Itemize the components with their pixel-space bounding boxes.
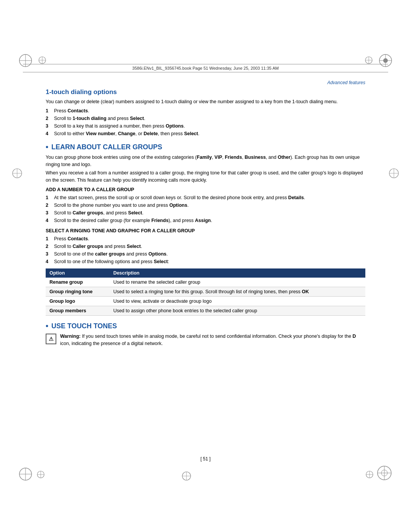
reg-mark-ml	[11, 168, 23, 180]
bullet-dot: •	[46, 143, 48, 152]
col-header-description: Description	[110, 268, 365, 278]
warning-icon: ⚠	[46, 334, 56, 344]
caller-groups-intro1: You can group phone book entries using o…	[46, 154, 365, 168]
col-header-option: Option	[46, 268, 110, 278]
table-row: Rename group Used to rename the selected…	[46, 278, 365, 287]
option-cell: Group ringing tone	[46, 287, 110, 296]
description-cell: Used to rename the selected caller group	[110, 278, 365, 287]
caller-groups-title: • LEARN ABOUT CALLER GROUPS	[46, 143, 365, 152]
reg-mark-mr	[388, 168, 400, 180]
ring-step-4: 4Scroll to one of the following options …	[46, 258, 365, 265]
table-row: Group members Used to assign other phone…	[46, 306, 365, 315]
svg-point-9	[383, 58, 388, 63]
add-number-title: ADD A NUMBER TO A CALLER GROUP	[46, 187, 365, 192]
option-cell: Group logo	[46, 296, 110, 306]
reg-mark-br	[376, 465, 393, 482]
page: 3586i.ENv1_BIL_9356745.book Page 51 Wedn…	[0, 0, 411, 532]
table-row: Group ringing tone Used to select a ring…	[46, 287, 365, 296]
section-1touch: 1-touch dialing options You can change o…	[46, 88, 365, 137]
table-row: Group logo Used to view, activate or dea…	[46, 296, 365, 306]
section-caller-groups: • LEARN ABOUT CALLER GROUPS You can grou…	[46, 143, 365, 316]
step-1touch-4: 4Scroll to either View number, Change, o…	[46, 130, 365, 137]
advanced-features-label: Advanced features	[46, 80, 365, 85]
step-1touch-3: 3Scroll to a key that is assigned a numb…	[46, 122, 365, 130]
header-bar: 3586i.ENv1_BIL_9356745.book Page 51 Wedn…	[23, 64, 388, 72]
description-cell: Used to assign other phone book entries …	[110, 306, 365, 315]
options-table: Option Description Rename group Used to …	[46, 268, 365, 316]
table-header-row: Option Description	[46, 268, 365, 278]
reg-mark-bl2	[37, 470, 45, 480]
content-area: Advanced features 1-touch dialing option…	[46, 80, 365, 347]
sub-section-ringing-tone: SELECT A RINGING TONE AND GRAPHIC FOR A …	[46, 228, 365, 316]
section-1touch-intro: You can change or delete (clear) numbers…	[46, 98, 365, 105]
reg-mark-bl	[18, 467, 33, 482]
warning-box: ⚠ Warning: If you send touch tones while…	[46, 333, 365, 347]
page-number: [ 51 ]	[0, 456, 411, 462]
ring-step-1: 1Press Contacts.	[46, 235, 365, 243]
add-step-1: 1At the start screen, press the scroll u…	[46, 194, 365, 201]
reg-mark-bc	[181, 471, 192, 482]
section-1touch-title: 1-touch dialing options	[46, 88, 365, 96]
ring-step-2: 2Scroll to Caller groups and press Selec…	[46, 243, 365, 250]
option-cell: Group members	[46, 306, 110, 315]
table-body: Rename group Used to rename the selected…	[46, 278, 365, 316]
add-step-4: 4Scroll to the desired caller group (for…	[46, 217, 365, 224]
ring-step-3: 3Scroll to one of the caller groups and …	[46, 250, 365, 258]
add-step-3: 3Scroll to Caller groups, and press Sele…	[46, 209, 365, 217]
section-touch-tones: • USE TOUCH TONES ⚠ Warning: If you send…	[46, 322, 365, 347]
caller-groups-intro2: When you receive a call from a number as…	[46, 169, 365, 184]
description-cell: Used to view, activate or deactivate gro…	[110, 296, 365, 306]
ringing-tone-title: SELECT A RINGING TONE AND GRAPHIC FOR A …	[46, 228, 365, 233]
sub-section-add-number: ADD A NUMBER TO A CALLER GROUP 1At the s…	[46, 187, 365, 224]
add-number-steps: 1At the start screen, press the scroll u…	[46, 194, 365, 224]
bullet-dot-2: •	[46, 322, 48, 331]
header-file-info: 3586i.ENv1_BIL_9356745.book Page 51 Wedn…	[132, 66, 279, 70]
add-step-2: 2Scroll to the phone number you want to …	[46, 201, 365, 209]
option-cell: Rename group	[46, 278, 110, 287]
touch-tones-title: • USE TOUCH TONES	[46, 322, 365, 331]
warning-text: Warning: If you send touch tones while i…	[60, 333, 365, 347]
ringing-tone-steps: 1Press Contacts. 2Scroll to Caller group…	[46, 235, 365, 265]
reg-mark-br2	[365, 470, 374, 480]
section-1touch-steps: 1Press Contacts. 2Scroll to 1-touch dial…	[46, 107, 365, 137]
step-1touch-1: 1Press Contacts.	[46, 107, 365, 115]
step-1touch-2: 2Scroll to 1-touch dialing and press Sel…	[46, 115, 365, 122]
description-cell: Used to select a ringing tone for this g…	[110, 287, 365, 296]
